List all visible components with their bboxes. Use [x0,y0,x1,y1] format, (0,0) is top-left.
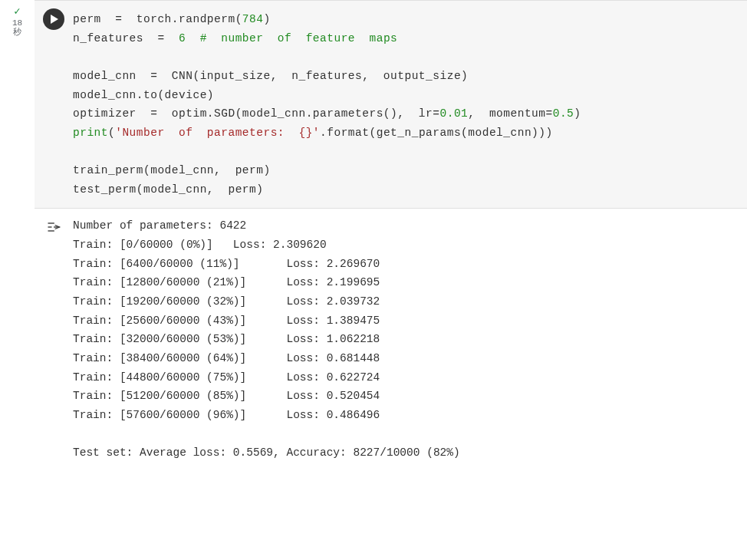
code-token: test_perm(model_cnn, perm) [73,183,263,196]
output-line: Train: [57600/60000 (96%)] Loss: 0.48649… [73,409,380,421]
code-token: ) [263,13,270,25]
code-token: print [73,127,108,139]
code-token: n_features = [73,32,179,44]
code-token: 0.01 [439,107,468,120]
code-token: ( [108,127,115,139]
code-token: ) [574,107,581,120]
cell-input-row: perm = torch.randperm(784) n_features = … [35,0,747,209]
code-token: , momentum= [468,107,552,120]
exec-time-number: 18 [12,18,22,28]
play-icon [50,15,59,24]
cell-main: perm = torch.randperm(784) n_features = … [35,0,747,478]
cell-output: Number of parameters: 6422 Train: [0/600… [73,216,747,462]
code-token: 0.5 [553,107,574,120]
output-line: Train: [38400/60000 (64%)] Loss: 0.68144… [73,352,380,364]
output-line: Train: [32000/60000 (53%)] Loss: 1.06221… [73,333,380,345]
exec-time: 18 秒 [12,18,22,37]
code-token: model_cnn.to(device) [73,89,214,101]
code-token: train_perm(model_cnn, perm) [73,164,271,176]
code-token: 6 [179,32,186,44]
status-check-icon: ✓ [14,6,20,17]
run-col [35,1,73,208]
cell-output-row: Number of parameters: 6422 Train: [0/600… [35,209,747,477]
output-line: Number of parameters: 6422 [73,219,246,232]
code-token: perm = torch.randperm( [73,13,242,25]
output-line: Train: [51200/60000 (85%)] Loss: 0.52045… [73,390,380,402]
output-line: Test set: Average loss: 0.5569, Accuracy… [73,446,460,459]
code-token: optimizer = optim.SGD(model_cnn.paramete… [73,107,439,120]
code-token: model_cnn = CNN(input_size, n_features, … [73,70,468,82]
output-line: Train: [0/60000 (0%)] Loss: 2.309620 [73,239,327,251]
code-editor[interactable]: perm = torch.randperm(784) n_features = … [73,1,747,208]
exec-time-unit: 秒 [13,28,21,37]
code-token: # number of feature maps [200,32,398,44]
output-icon-col [35,216,73,462]
cell-gutter: ✓ 18 秒 [0,0,35,478]
notebook-cell: ✓ 18 秒 perm = torch.randperm(784) n_feat… [0,0,747,478]
output-toggle-icon[interactable] [46,219,61,238]
code-token: .format(get_n_params(model_cnn))) [320,127,553,139]
output-line: Train: [19200/60000 (32%)] Loss: 2.03973… [73,295,380,308]
code-token: 784 [242,13,264,25]
code-token [186,32,199,44]
output-line: Train: [6400/60000 (11%)] Loss: 2.269670 [73,258,380,270]
output-line: Train: [44800/60000 (75%)] Loss: 0.62272… [73,371,380,384]
run-button[interactable] [43,8,64,30]
code-token: 'Number of parameters: {}' [115,127,320,139]
output-line: Train: [25600/60000 (43%)] Loss: 1.38947… [73,315,380,327]
output-line: Train: [12800/60000 (21%)] Loss: 2.19969… [73,276,380,288]
